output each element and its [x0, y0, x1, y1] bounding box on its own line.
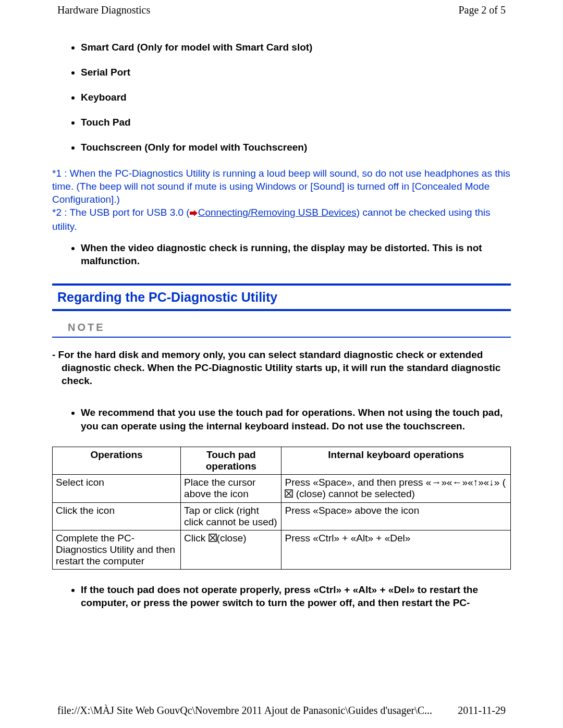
header-page: Page 2 of 5: [458, 4, 506, 16]
usb-link[interactable]: Connecting/Removing USB Devices: [198, 207, 357, 218]
cell-op: Complete the PC-Diagnostics Utility and …: [53, 530, 181, 569]
list-item: Serial Port: [81, 67, 511, 78]
footnotes: *1 : When the PC-Diagnostics Utility is …: [52, 167, 511, 233]
video-warning-list: When the video diagnostic check is runni…: [52, 241, 511, 268]
close-icon: [285, 489, 293, 500]
table-row: Select icon Place the cursor above the i…: [53, 474, 511, 502]
header: Hardware Diagnostics Page 2 of 5: [0, 4, 563, 16]
footer: file://X:\MÀJ Site Web GouvQc\Novembre 2…: [0, 705, 563, 717]
cell-tp: Tap or click (right click cannot be used…: [181, 502, 282, 530]
list-item: Touchscreen (Only for model with Touchsc…: [81, 142, 511, 153]
recommend-list: We recommend that you use the touch pad …: [52, 406, 511, 433]
kb-text-a: Press «Space», and then press «→»«←»«↑»«…: [285, 477, 506, 488]
cell-op: Select icon: [53, 474, 181, 502]
section-title: Regarding the PC-Diagnostic Utility: [57, 290, 277, 304]
list-item: Touch Pad: [81, 117, 511, 128]
cell-kb: Press «Ctrl» + «Alt» + «Del»: [282, 530, 511, 569]
footnote-2a: *2 : The USB port for USB 3.0 (: [52, 207, 190, 218]
footer-path: file://X:\MÀJ Site Web GouvQc\Novembre 2…: [57, 705, 432, 717]
tp-text-b: (close): [217, 533, 247, 544]
th-keyboard: Internal keyboard operations: [282, 447, 511, 474]
operations-table: Operations Touch pad operations Internal…: [52, 447, 511, 570]
content: Smart Card (Only for model with Smart Ca…: [52, 42, 511, 610]
post-note: If the touch pad does not operate proper…: [81, 583, 511, 610]
th-operations: Operations: [53, 447, 181, 474]
cell-kb: Press «Space» above the icon: [282, 502, 511, 530]
table-row: Complete the PC-Diagnostics Utility and …: [53, 530, 511, 569]
note-heading: NOTE: [52, 322, 511, 338]
tp-text-a: Click: [184, 533, 208, 544]
arrow-right-icon: [190, 207, 198, 220]
section-heading: Regarding the PC-Diagnostic Utility: [52, 283, 511, 311]
header-title: Hardware Diagnostics: [57, 4, 150, 16]
note-label: NOTE: [68, 322, 105, 333]
feature-list: Smart Card (Only for model with Smart Ca…: [52, 42, 511, 153]
list-item: Smart Card (Only for model with Smart Ca…: [81, 42, 511, 53]
cell-kb: Press «Space», and then press «→»«←»«↑»«…: [282, 474, 511, 502]
svg-marker-0: [190, 210, 198, 216]
recommend-item: We recommend that you use the touch pad …: [81, 406, 511, 433]
list-item: Keyboard: [81, 92, 511, 103]
post-note-list: If the touch pad does not operate proper…: [52, 583, 511, 610]
table-row: Click the icon Tap or click (right click…: [53, 502, 511, 530]
th-touchpad: Touch pad operations: [181, 447, 282, 474]
cell-tp: Place the cursor above the icon: [181, 474, 282, 502]
table-header-row: Operations Touch pad operations Internal…: [53, 447, 511, 474]
page: Hardware Diagnostics Page 2 of 5 Smart C…: [0, 0, 563, 728]
cell-op: Click the icon: [53, 502, 181, 530]
footnote-1: *1 : When the PC-Diagnostics Utility is …: [52, 168, 510, 205]
kb-text-b: (close) cannot be selected): [293, 488, 414, 499]
footer-date: 2011-11-29: [458, 705, 506, 717]
cell-tp: Click (close): [181, 530, 282, 569]
hd-note: - For the hard disk and memory only, you…: [52, 348, 511, 387]
close-icon: [209, 533, 217, 545]
video-warning: When the video diagnostic check is runni…: [81, 241, 511, 268]
